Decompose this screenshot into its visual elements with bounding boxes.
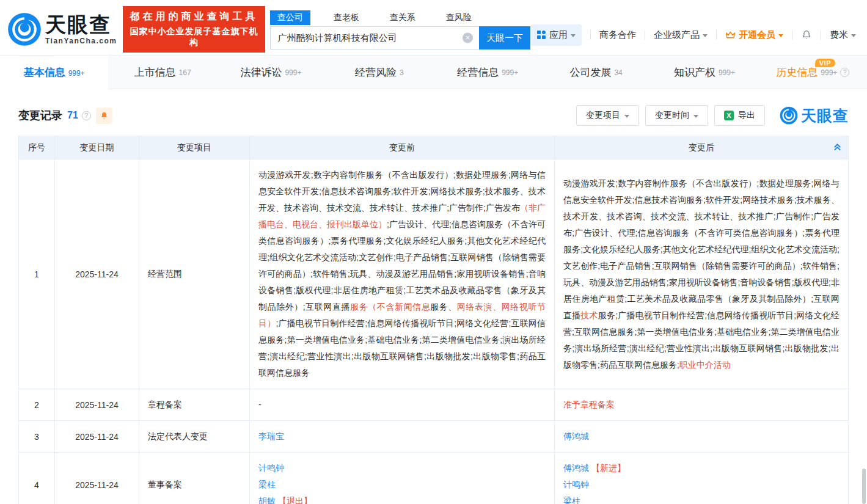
notifications-button[interactable]	[801, 29, 812, 40]
help-icon[interactable]: ?	[82, 111, 91, 120]
tab-listing[interactable]: 上市信息167	[108, 56, 216, 89]
cell-text: 服务、	[430, 302, 457, 312]
cell-after: 傅鸿城	[555, 421, 849, 453]
col-header-after: 变更后	[555, 136, 849, 159]
export-button[interactable]: X 导出	[714, 105, 765, 126]
search-tab-risk[interactable]: 查风险	[439, 10, 479, 25]
clear-search-icon[interactable]: ×	[463, 33, 473, 43]
tab-lawsuit[interactable]: 法律诉讼999+	[217, 56, 325, 89]
promo-banner: 都在用的商业查询工具 国家中小企业发展子基金旗下机构	[123, 6, 265, 53]
change-record-section-header: 变更记录 71 ? 变更项目 变更时间 X 导出 天眼查	[18, 105, 849, 126]
divider	[792, 30, 792, 40]
tianyancha-logo-icon	[780, 106, 798, 125]
chevron-down-icon	[851, 34, 856, 37]
company-tab-bar: 基本信息999+上市信息167法律诉讼999+经营风险3经营信息999+公司发展…	[0, 55, 867, 89]
change-record-table: 序号变更日期变更项目变更前变更后 12025-11-24经营范围动漫游戏开发;数…	[18, 136, 849, 504]
cell-before: -	[250, 389, 555, 421]
person-link[interactable]: 梁柱	[258, 480, 276, 489]
tab-risk[interactable]: 经营风险3	[325, 56, 433, 89]
diff-text: ;职业中介活动	[677, 360, 731, 370]
nav-cooperation[interactable]: 商务合作	[599, 29, 636, 41]
cell-after: 傅鸿城 【新进】计鸣钟梁柱	[555, 453, 849, 504]
person-link[interactable]: 傅鸿城	[563, 431, 589, 441]
nav-cooperation-label: 商务合作	[599, 29, 636, 41]
tab-ip[interactable]: 知识产权999+	[650, 56, 758, 89]
top-nav: 应用 商务合作 企业级产品 开通会员 费米	[530, 13, 856, 46]
tianyancha-logo-icon	[7, 12, 42, 46]
cell-after: 准予章程备案	[555, 389, 849, 421]
cell-no: 3	[19, 421, 55, 453]
cell-before: 李瑞宝	[250, 421, 555, 453]
table-header-row: 序号变更日期变更项目变更前变更后	[19, 136, 849, 159]
cell-item: 经营范围	[139, 159, 250, 389]
search-input[interactable]	[271, 27, 479, 49]
diff-text: 服务（不含新闻信息	[350, 302, 430, 312]
brand-domain: TianYanCha.com	[45, 37, 117, 45]
tab-count: 3	[400, 68, 404, 77]
bell-icon	[100, 111, 109, 120]
tab-count: 167	[179, 68, 191, 77]
tab-development[interactable]: 公司发展34	[542, 56, 650, 89]
excel-icon: X	[724, 111, 734, 120]
filter-change-time-button[interactable]: 变更时间	[645, 105, 708, 126]
col-header-no: 序号	[19, 136, 55, 159]
cell-no: 4	[19, 453, 55, 504]
cell-date: 2025-11-24	[55, 453, 139, 504]
section-count: 71	[67, 110, 78, 121]
collapse-icon[interactable]	[833, 142, 842, 153]
person-link[interactable]: 梁柱	[563, 496, 580, 504]
cell-before: 计鸣钟梁柱胡敏 【退出】	[250, 453, 555, 504]
col-header-item: 变更项目	[139, 136, 250, 159]
bell-icon	[801, 29, 812, 40]
person-link[interactable]: 李瑞宝	[258, 431, 284, 441]
cell-before: 动漫游戏开发;数字内容制作服务（不含出版发行）;数据处理服务;网络与信息安全软件…	[250, 159, 555, 389]
person-link[interactable]: 计鸣钟	[563, 480, 589, 489]
person-link[interactable]: 傅鸿城	[563, 463, 591, 473]
cell-text: ;广告设计、代理;信息咨询服务（不含许可类信息咨询服务）;票务代理服务;文化娱乐…	[258, 219, 546, 312]
table-row: 12025-11-24经营范围动漫游戏开发;数字内容制作服务（不含出版发行）;数…	[19, 159, 849, 389]
promo-line2: 国家中小企业发展子基金旗下机构	[129, 26, 258, 48]
table-row: 32025-11-24法定代表人变更李瑞宝傅鸿城	[19, 421, 849, 453]
diff-text: 技术	[580, 310, 598, 320]
person-link[interactable]: 胡敏	[258, 496, 278, 504]
tab-label: 历史信息	[776, 65, 818, 79]
col-header-date: 变更日期	[55, 136, 139, 159]
tab-count: 34	[614, 68, 622, 77]
nav-enterprise-label: 企业级产品	[654, 29, 700, 41]
person-link[interactable]: 计鸣钟	[258, 463, 284, 473]
promo-line1: 都在用的商业查询工具	[129, 10, 258, 23]
search-tab-relation[interactable]: 查关系	[382, 10, 423, 25]
brand-name: 天眼查	[45, 14, 117, 35]
nav-user-label: 费米	[830, 29, 848, 41]
tab-history[interactable]: 历史信息999+VIP?	[759, 56, 867, 89]
diff-text: 【退出】	[278, 496, 312, 504]
tab-count: 999+	[285, 68, 301, 77]
tab-count: 999+	[502, 68, 518, 77]
tianyancha-logo[interactable]: 天眼查 TianYanCha.com	[7, 12, 117, 46]
chevron-down-icon	[778, 34, 783, 37]
scrollbar-thumb[interactable]	[862, 469, 866, 504]
cell-text: 动漫游戏开发;数字内容制作服务（不含出版发行）;数据处理服务;网络与信息安全软件…	[563, 178, 840, 320]
search-button[interactable]: 天眼一下	[479, 26, 530, 49]
search-area: 查公司查老板查关系查风险 × 天眼一下	[270, 9, 530, 49]
apps-grid-icon	[536, 30, 546, 40]
help-icon[interactable]: ?	[840, 68, 849, 77]
chevron-down-icon	[703, 34, 708, 37]
tab-label: 法律诉讼	[240, 65, 282, 79]
nav-user[interactable]: 费米	[830, 29, 856, 41]
nav-open-vip[interactable]: 开通会员	[725, 29, 783, 41]
search-tab-company[interactable]: 查公司	[270, 10, 310, 25]
filter-change-item-button[interactable]: 变更项目	[576, 105, 639, 126]
table-row: 42025-11-24董事备案计鸣钟梁柱胡敏 【退出】傅鸿城 【新进】计鸣钟梁柱	[19, 453, 849, 504]
cell-item: 法定代表人变更	[139, 421, 250, 453]
monitor-bell-button[interactable]	[96, 108, 112, 124]
divider	[645, 30, 645, 40]
tab-label: 基本信息	[24, 65, 65, 79]
tab-label: 经营风险	[355, 65, 397, 79]
tab-basic[interactable]: 基本信息999+	[0, 56, 108, 89]
search-tab-boss[interactable]: 查老板	[326, 10, 367, 25]
nav-apps[interactable]: 应用	[530, 24, 582, 46]
nav-enterprise[interactable]: 企业级产品	[654, 29, 708, 41]
chevron-down-icon	[571, 34, 576, 37]
tab-operating[interactable]: 经营信息999+	[434, 56, 542, 89]
